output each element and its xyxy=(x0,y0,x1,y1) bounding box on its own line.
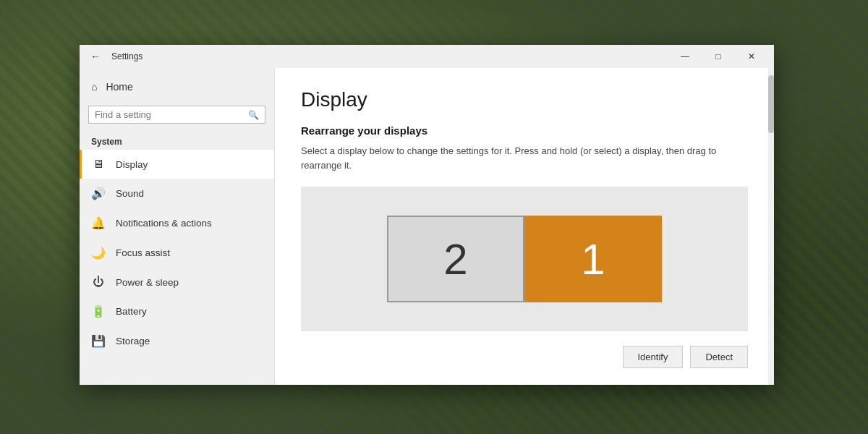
display-1[interactable]: 1 xyxy=(524,216,662,302)
maximize-icon: □ xyxy=(715,51,720,61)
minimize-button[interactable]: — xyxy=(668,45,702,68)
home-icon: ⌂ xyxy=(91,81,97,93)
storage-icon: 💾 xyxy=(91,334,106,348)
battery-label: Battery xyxy=(116,306,147,317)
sidebar-section-label: System xyxy=(80,129,274,150)
sidebar: ⌂ Home 🔍 System 🖥 Display 🔊 Sound 🔔 Noti… xyxy=(80,68,275,385)
focus-assist-icon: 🌙 xyxy=(91,246,106,260)
display-2-label: 2 xyxy=(443,234,467,284)
back-icon: ← xyxy=(90,51,101,62)
identify-button[interactable]: Identify xyxy=(623,346,684,368)
sound-icon: 🔊 xyxy=(91,187,106,200)
notifications-label: Notifications & actions xyxy=(116,218,212,229)
back-button[interactable]: ← xyxy=(85,46,106,67)
detect-button[interactable]: Detect xyxy=(690,346,748,368)
sidebar-item-notifications[interactable]: 🔔 Notifications & actions xyxy=(80,208,274,238)
search-icon: 🔍 xyxy=(248,110,259,120)
section-description: Select a display below to change the set… xyxy=(301,144,748,172)
search-box[interactable]: 🔍 xyxy=(88,106,265,124)
maximize-button[interactable]: □ xyxy=(702,45,735,68)
main-content: Display Rearrange your displays Select a… xyxy=(275,68,774,385)
minimize-icon: — xyxy=(681,51,689,61)
section-heading: Rearrange your displays xyxy=(301,124,748,137)
sidebar-item-display[interactable]: 🖥 Display xyxy=(80,150,274,179)
page-title: Display xyxy=(301,88,748,111)
display-icon: 🖥 xyxy=(91,158,106,171)
titlebar: ← Settings — □ ✕ xyxy=(80,45,774,68)
window-body: ⌂ Home 🔍 System 🖥 Display 🔊 Sound 🔔 Noti… xyxy=(80,68,774,385)
display-label: Display xyxy=(116,159,148,170)
display-1-label: 1 xyxy=(581,234,605,284)
sidebar-item-battery[interactable]: 🔋 Battery xyxy=(80,297,274,326)
sidebar-item-focus-assist[interactable]: 🌙 Focus assist xyxy=(80,238,274,268)
scrollbar-track[interactable] xyxy=(768,68,774,385)
display-arrange-area: 2 1 xyxy=(301,187,748,331)
display-2[interactable]: 2 xyxy=(387,216,524,302)
notifications-icon: 🔔 xyxy=(91,216,106,230)
sidebar-item-sound[interactable]: 🔊 Sound xyxy=(80,179,274,208)
search-input[interactable] xyxy=(95,109,244,120)
sidebar-item-home[interactable]: ⌂ Home xyxy=(80,74,274,100)
power-label: Power & sleep xyxy=(116,277,179,288)
home-label: Home xyxy=(106,81,132,93)
storage-label: Storage xyxy=(116,336,150,346)
focus-assist-label: Focus assist xyxy=(116,247,170,258)
sidebar-item-storage[interactable]: 💾 Storage xyxy=(80,326,274,356)
sound-label: Sound xyxy=(116,188,144,199)
display-buttons: Identify Detect xyxy=(301,346,748,368)
titlebar-title: Settings xyxy=(111,51,663,61)
battery-icon: 🔋 xyxy=(91,305,106,318)
close-icon: ✕ xyxy=(748,51,755,61)
power-icon: ⏻ xyxy=(91,276,106,289)
scrollbar-thumb xyxy=(768,75,774,133)
sidebar-item-power[interactable]: ⏻ Power & sleep xyxy=(80,268,274,297)
settings-window: ← Settings — □ ✕ ⌂ Home 🔍 xyxy=(80,45,774,385)
close-button[interactable]: ✕ xyxy=(735,45,768,68)
displays-container: 2 1 xyxy=(387,216,662,302)
window-controls: — □ ✕ xyxy=(668,45,768,68)
